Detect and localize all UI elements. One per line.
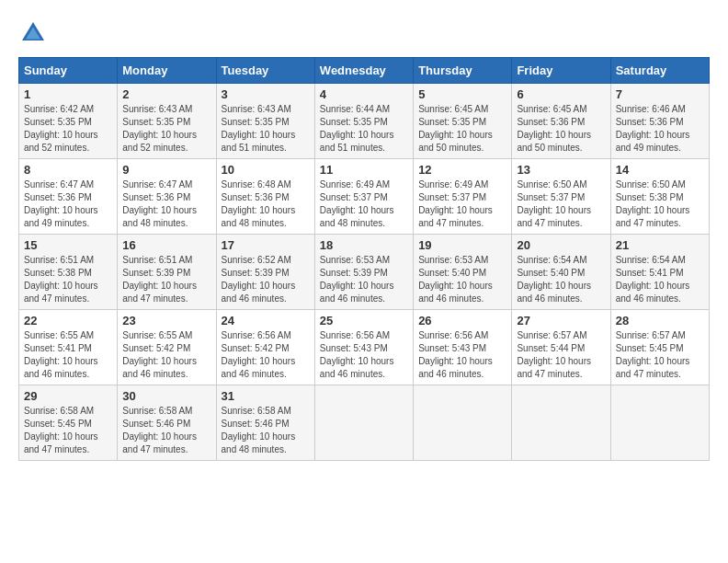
day-number: 18 <box>320 238 408 252</box>
day-detail: Sunrise: 6:55 AMSunset: 5:41 PMDaylight:… <box>24 330 98 379</box>
day-cell: 26 Sunrise: 6:56 AMSunset: 5:43 PMDaylig… <box>414 310 512 385</box>
header-row: SundayMondayTuesdayWednesdayThursdayFrid… <box>19 58 710 84</box>
day-cell: 23 Sunrise: 6:55 AMSunset: 5:42 PMDaylig… <box>118 310 216 385</box>
day-detail: Sunrise: 6:46 AMSunset: 5:36 PMDaylight:… <box>616 104 690 153</box>
day-cell <box>414 385 512 461</box>
day-detail: Sunrise: 6:43 AMSunset: 5:35 PMDaylight:… <box>122 104 197 153</box>
header-cell-tuesday: Tuesday <box>216 58 314 84</box>
day-number: 21 <box>616 238 704 252</box>
logo-icon <box>18 18 48 48</box>
day-detail: Sunrise: 6:42 AMSunset: 5:35 PMDaylight:… <box>24 104 98 153</box>
day-cell: 29 Sunrise: 6:58 AMSunset: 5:45 PMDaylig… <box>19 385 118 461</box>
day-number: 29 <box>24 389 112 403</box>
day-cell: 20 Sunrise: 6:54 AMSunset: 5:40 PMDaylig… <box>512 235 610 310</box>
day-cell: 5 Sunrise: 6:45 AMSunset: 5:35 PMDayligh… <box>414 84 512 159</box>
day-cell: 7 Sunrise: 6:46 AMSunset: 5:36 PMDayligh… <box>610 84 709 159</box>
day-cell: 30 Sunrise: 6:58 AMSunset: 5:46 PMDaylig… <box>118 385 216 461</box>
day-cell: 18 Sunrise: 6:53 AMSunset: 5:39 PMDaylig… <box>314 235 413 310</box>
day-detail: Sunrise: 6:50 AMSunset: 5:37 PMDaylight:… <box>517 179 591 228</box>
day-number: 3 <box>222 87 310 101</box>
day-detail: Sunrise: 6:44 AMSunset: 5:35 PMDaylight:… <box>320 104 394 153</box>
day-detail: Sunrise: 6:50 AMSunset: 5:38 PMDaylight:… <box>616 179 690 228</box>
day-detail: Sunrise: 6:58 AMSunset: 5:45 PMDaylight:… <box>24 406 98 454</box>
day-number: 8 <box>24 163 112 177</box>
day-cell: 4 Sunrise: 6:44 AMSunset: 5:35 PMDayligh… <box>314 84 413 159</box>
header-cell-wednesday: Wednesday <box>314 58 413 84</box>
day-number: 14 <box>616 163 704 177</box>
day-number: 11 <box>320 163 408 177</box>
day-cell: 21 Sunrise: 6:54 AMSunset: 5:41 PMDaylig… <box>610 235 709 310</box>
day-cell: 27 Sunrise: 6:57 AMSunset: 5:44 PMDaylig… <box>512 310 610 385</box>
day-number: 23 <box>122 314 210 327</box>
day-detail: Sunrise: 6:57 AMSunset: 5:45 PMDaylight:… <box>616 330 690 379</box>
day-number: 9 <box>122 163 210 177</box>
page-header <box>18 18 710 48</box>
day-cell: 15 Sunrise: 6:51 AMSunset: 5:38 PMDaylig… <box>19 235 118 310</box>
header-cell-sunday: Sunday <box>19 58 118 84</box>
day-number: 13 <box>517 163 605 177</box>
calendar-header: SundayMondayTuesdayWednesdayThursdayFrid… <box>19 58 710 84</box>
day-cell <box>314 385 413 461</box>
header-cell-friday: Friday <box>512 58 610 84</box>
day-number: 4 <box>320 87 408 101</box>
day-cell: 25 Sunrise: 6:56 AMSunset: 5:43 PMDaylig… <box>314 310 413 385</box>
week-row-2: 8 Sunrise: 6:47 AMSunset: 5:36 PMDayligh… <box>19 159 710 235</box>
day-detail: Sunrise: 6:58 AMSunset: 5:46 PMDaylight:… <box>122 406 197 454</box>
day-cell: 14 Sunrise: 6:50 AMSunset: 5:38 PMDaylig… <box>610 159 709 235</box>
day-number: 16 <box>122 238 210 252</box>
day-detail: Sunrise: 6:45 AMSunset: 5:35 PMDaylight:… <box>418 104 493 153</box>
day-detail: Sunrise: 6:48 AMSunset: 5:36 PMDaylight:… <box>222 179 296 228</box>
day-number: 5 <box>418 87 506 101</box>
day-cell: 12 Sunrise: 6:49 AMSunset: 5:37 PMDaylig… <box>414 159 512 235</box>
day-cell: 17 Sunrise: 6:52 AMSunset: 5:39 PMDaylig… <box>216 235 314 310</box>
day-number: 22 <box>24 314 112 327</box>
calendar-body: 1 Sunrise: 6:42 AMSunset: 5:35 PMDayligh… <box>19 84 710 461</box>
header-cell-thursday: Thursday <box>414 58 512 84</box>
day-detail: Sunrise: 6:54 AMSunset: 5:40 PMDaylight:… <box>517 255 591 304</box>
day-detail: Sunrise: 6:49 AMSunset: 5:37 PMDaylight:… <box>418 179 493 228</box>
week-row-4: 22 Sunrise: 6:55 AMSunset: 5:41 PMDaylig… <box>19 310 710 385</box>
day-cell: 2 Sunrise: 6:43 AMSunset: 5:35 PMDayligh… <box>118 84 216 159</box>
day-detail: Sunrise: 6:51 AMSunset: 5:39 PMDaylight:… <box>122 255 197 304</box>
day-number: 26 <box>418 314 506 327</box>
day-detail: Sunrise: 6:58 AMSunset: 5:46 PMDaylight:… <box>222 406 296 454</box>
day-number: 28 <box>616 314 704 327</box>
day-number: 24 <box>222 314 310 327</box>
week-row-1: 1 Sunrise: 6:42 AMSunset: 5:35 PMDayligh… <box>19 84 710 159</box>
day-detail: Sunrise: 6:47 AMSunset: 5:36 PMDaylight:… <box>24 179 98 228</box>
day-number: 30 <box>122 389 210 403</box>
day-detail: Sunrise: 6:53 AMSunset: 5:39 PMDaylight:… <box>320 255 394 304</box>
logo <box>18 18 53 48</box>
day-number: 25 <box>320 314 408 327</box>
day-cell: 22 Sunrise: 6:55 AMSunset: 5:41 PMDaylig… <box>19 310 118 385</box>
header-cell-monday: Monday <box>118 58 216 84</box>
day-cell: 3 Sunrise: 6:43 AMSunset: 5:35 PMDayligh… <box>216 84 314 159</box>
day-cell: 31 Sunrise: 6:58 AMSunset: 5:46 PMDaylig… <box>216 385 314 461</box>
header-cell-saturday: Saturday <box>610 58 709 84</box>
calendar-table: SundayMondayTuesdayWednesdayThursdayFrid… <box>18 57 710 461</box>
day-detail: Sunrise: 6:52 AMSunset: 5:39 PMDaylight:… <box>222 255 296 304</box>
day-detail: Sunrise: 6:56 AMSunset: 5:43 PMDaylight:… <box>320 330 394 379</box>
day-detail: Sunrise: 6:57 AMSunset: 5:44 PMDaylight:… <box>517 330 591 379</box>
day-cell: 11 Sunrise: 6:49 AMSunset: 5:37 PMDaylig… <box>314 159 413 235</box>
day-number: 19 <box>418 238 506 252</box>
week-row-5: 29 Sunrise: 6:58 AMSunset: 5:45 PMDaylig… <box>19 385 710 461</box>
day-detail: Sunrise: 6:53 AMSunset: 5:40 PMDaylight:… <box>418 255 493 304</box>
day-detail: Sunrise: 6:45 AMSunset: 5:36 PMDaylight:… <box>517 104 591 153</box>
day-cell: 6 Sunrise: 6:45 AMSunset: 5:36 PMDayligh… <box>512 84 610 159</box>
day-cell: 1 Sunrise: 6:42 AMSunset: 5:35 PMDayligh… <box>19 84 118 159</box>
day-cell: 13 Sunrise: 6:50 AMSunset: 5:37 PMDaylig… <box>512 159 610 235</box>
day-detail: Sunrise: 6:54 AMSunset: 5:41 PMDaylight:… <box>616 255 690 304</box>
day-number: 6 <box>517 87 605 101</box>
day-cell: 8 Sunrise: 6:47 AMSunset: 5:36 PMDayligh… <box>19 159 118 235</box>
day-number: 20 <box>517 238 605 252</box>
day-detail: Sunrise: 6:51 AMSunset: 5:38 PMDaylight:… <box>24 255 98 304</box>
day-number: 15 <box>24 238 112 252</box>
day-number: 17 <box>222 238 310 252</box>
day-number: 31 <box>222 389 310 403</box>
day-detail: Sunrise: 6:56 AMSunset: 5:42 PMDaylight:… <box>222 330 296 379</box>
day-number: 12 <box>418 163 506 177</box>
day-number: 2 <box>122 87 210 101</box>
day-cell <box>610 385 709 461</box>
day-detail: Sunrise: 6:56 AMSunset: 5:43 PMDaylight:… <box>418 330 493 379</box>
